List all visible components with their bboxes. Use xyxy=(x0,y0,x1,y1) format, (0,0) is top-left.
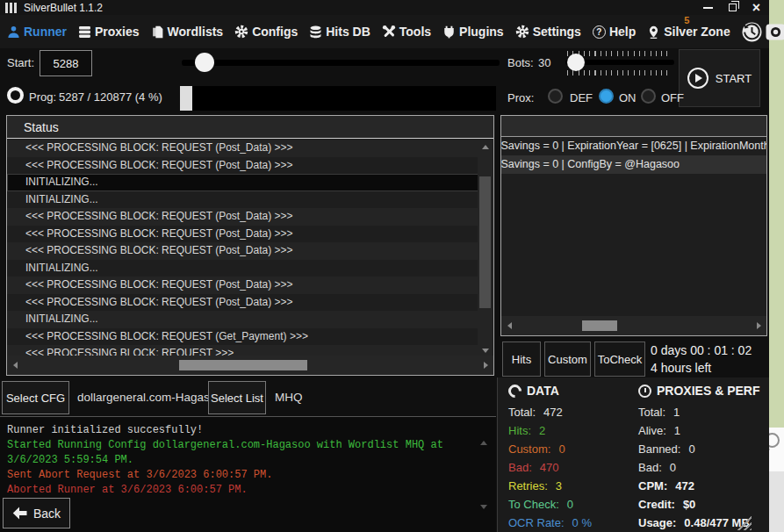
scroll-right-arrow[interactable] xyxy=(751,316,766,335)
status-horizontal-scrollbar[interactable] xyxy=(7,356,493,375)
menu-help[interactable]: ? Help xyxy=(593,25,636,39)
menu-plugins[interactable]: Plugins xyxy=(442,25,504,39)
camera-icon[interactable] xyxy=(766,22,784,42)
notification-badge: 5 xyxy=(684,15,689,25)
log-line: Aborted Runner at 3/6/2023 6:00:57 PM. xyxy=(7,483,489,498)
perf-cpm: CPM:472 xyxy=(638,477,759,495)
prox-radio-off[interactable] xyxy=(641,89,656,104)
scroll-right-arrow[interactable] xyxy=(478,356,493,375)
bots-value: 30 xyxy=(538,56,550,69)
back-arrow-icon xyxy=(12,507,27,520)
scroll-down-arrow[interactable] xyxy=(480,508,487,523)
screen: SilverBullet 1.1.2 × Runner Proxies Word… xyxy=(0,0,784,532)
crossed-tools-icon xyxy=(382,25,396,39)
history-clock-icon[interactable] xyxy=(742,22,762,42)
status-row[interactable]: <<< PROCESSING BLOCK: REQUEST (Post_Data… xyxy=(7,226,478,243)
capture-row[interactable]: tSavings = 0 | ExpirationYear = [0625] |… xyxy=(500,137,766,155)
wordlist-name: MHQ xyxy=(275,391,303,404)
elapsed-time: 0 days 00 : 01 : 02 xyxy=(651,341,752,359)
bots-slider-ticks xyxy=(567,51,673,56)
status-row[interactable]: INITIALIZING... xyxy=(7,260,478,277)
proxy-alive: Alive:1 xyxy=(638,421,759,440)
start-label: Start: xyxy=(7,56,34,69)
status-row[interactable]: <<< PROCESSING BLOCK: REQUEST (Get_Payme… xyxy=(7,328,478,346)
stats-panel: DATA Total:472 Hits:2 Custom:0 Bad:470 R… xyxy=(497,377,769,532)
menu-proxies[interactable]: Proxies xyxy=(78,25,140,39)
menu-silver-zone[interactable]: 5 Silver Zone xyxy=(647,25,730,39)
tab-custom[interactable]: Custom xyxy=(544,341,591,377)
menu-runner[interactable]: Runner xyxy=(7,25,67,39)
question-circle-icon: ? xyxy=(593,25,606,39)
menu-wordlists[interactable]: Wordlists xyxy=(151,25,224,39)
title-bar: SilverBullet 1.1.2 × xyxy=(0,0,769,15)
proxy-stats: PROXIES & PERF Total:1 Alive:1 Banned:0 … xyxy=(638,384,759,532)
status-panel: Status <<< PROCESSING BLOCK: REQUEST (Po… xyxy=(6,115,494,376)
detail-horizontal-scrollbar[interactable] xyxy=(501,316,766,335)
proxy-banned: Banned:0 xyxy=(638,440,759,458)
ring-icon xyxy=(506,381,524,399)
scroll-left-arrow[interactable] xyxy=(7,356,23,375)
stat-custom: Custom:0 xyxy=(508,440,592,458)
scrollbar-thumb[interactable] xyxy=(179,360,307,370)
minimize-button[interactable] xyxy=(703,1,713,15)
log-line: Runner initialized succesfully! xyxy=(7,423,489,438)
select-list-button[interactable]: Select List xyxy=(208,381,266,414)
start-slider-thumb[interactable] xyxy=(195,53,214,72)
close-button[interactable]: × xyxy=(752,1,760,15)
status-row[interactable]: <<< PROCESSING BLOCK: REQUEST (Post_Data… xyxy=(7,208,478,226)
gear-icon xyxy=(234,25,248,39)
start-button[interactable]: START xyxy=(679,49,760,107)
status-row[interactable]: <<< PROCESSING BLOCK: REQUEST (Post_Data… xyxy=(7,140,478,157)
gear-icon xyxy=(515,25,529,39)
scroll-left-arrow[interactable] xyxy=(501,316,517,335)
bots-label: Bots: xyxy=(507,56,534,69)
bots-slider[interactable] xyxy=(565,60,674,65)
status-row-selected[interactable]: INITIALIZING... xyxy=(7,174,478,191)
prox-radio-on[interactable] xyxy=(599,89,614,104)
prox-radio-def[interactable] xyxy=(548,89,563,104)
menu-tools[interactable]: Tools xyxy=(382,25,431,39)
config-name: dollargeneral.com-Hagasoo xyxy=(77,391,223,404)
status-row[interactable]: <<< PROCESSING BLOCK: REQUEST (Post_Data… xyxy=(7,294,478,312)
capture-row-selected[interactable]: tSavings = 0 | ConfigBy = @Hagasoo xyxy=(500,155,766,174)
prog-value: 5287 / 120877 (4 %) xyxy=(59,90,162,104)
play-icon xyxy=(687,68,708,89)
menu-settings[interactable]: Settings xyxy=(515,25,581,39)
back-button[interactable]: Back xyxy=(3,498,70,528)
capture-detail-panel: tSavings = 0 | ExpirationYear = [0625] |… xyxy=(500,115,767,336)
progress-bar-fill xyxy=(180,86,192,111)
database-icon xyxy=(309,25,322,39)
start-slider[interactable] xyxy=(182,60,500,66)
scrollbar-thumb[interactable] xyxy=(582,320,617,331)
prox-label: Prox: xyxy=(507,91,534,104)
status-vertical-scrollbar[interactable] xyxy=(478,140,493,357)
status-row[interactable]: INITIALIZING... xyxy=(7,311,478,328)
scroll-up-arrow[interactable] xyxy=(480,428,487,442)
start-input[interactable] xyxy=(40,50,92,76)
detail-header xyxy=(501,116,766,137)
data-stats: DATA Total:472 Hits:2 Custom:0 Bad:470 R… xyxy=(508,384,592,532)
app-logo-icon xyxy=(5,3,17,13)
scroll-up-arrow[interactable] xyxy=(478,140,493,154)
status-list: <<< PROCESSING BLOCK: REQUEST (Post_Data… xyxy=(7,140,478,357)
status-row[interactable]: <<< PROCESSING BLOCK: REQUEST (Post_Data… xyxy=(7,157,478,175)
status-row[interactable]: INITIALIZING... xyxy=(7,191,478,209)
status-column-header: Status xyxy=(7,116,493,139)
prox-off-label[interactable]: OFF xyxy=(661,91,684,104)
menu-configs[interactable]: Configs xyxy=(234,25,298,39)
tab-hits[interactable]: Hits xyxy=(502,341,541,377)
tab-tocheck[interactable]: ToCheck xyxy=(594,341,645,377)
select-cfg-button[interactable]: Select CFG xyxy=(2,381,69,414)
bots-slider-thumb[interactable] xyxy=(567,54,585,71)
menu-hits-db[interactable]: Hits DB xyxy=(309,25,370,39)
log-line: 3/6/2023 5:59:54 PM. xyxy=(7,453,489,468)
prog-label: Prog: xyxy=(29,90,56,104)
scrollbar-thumb[interactable] xyxy=(479,176,491,308)
prox-on-label[interactable]: ON xyxy=(619,91,637,104)
performance-icon xyxy=(638,385,651,398)
prox-def-label[interactable]: DEF xyxy=(570,91,593,104)
plug-icon xyxy=(442,25,456,39)
status-row[interactable]: <<< PROCESSING BLOCK: REQUEST (Post_Data… xyxy=(7,242,478,260)
maximize-button[interactable] xyxy=(729,1,737,15)
status-row[interactable]: <<< PROCESSING BLOCK: REQUEST (Post_Data… xyxy=(7,277,478,294)
